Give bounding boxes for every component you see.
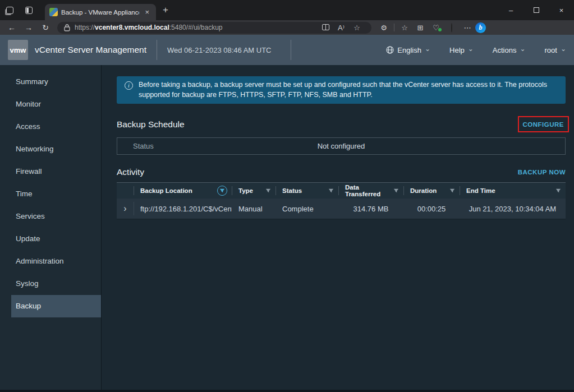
back-icon[interactable]: ← bbox=[3, 23, 20, 32]
url-scheme: https:// bbox=[75, 24, 95, 31]
tab-actions-icon[interactable] bbox=[19, 2, 38, 18]
window-controls: – × bbox=[498, 0, 574, 20]
backup-now-button[interactable]: BACKUP NOW bbox=[518, 169, 566, 176]
sidebar-item-backup[interactable]: Backup bbox=[11, 295, 101, 317]
column-label: End Time bbox=[466, 187, 495, 194]
vmware-logo: vmw bbox=[8, 40, 28, 60]
maximize-icon bbox=[534, 7, 539, 13]
settings-more-icon[interactable]: ⋯ bbox=[460, 24, 475, 32]
schedule-status-label: Status bbox=[133, 142, 154, 150]
tab-close-icon[interactable]: × bbox=[143, 7, 151, 17]
maximize-button[interactable] bbox=[524, 0, 549, 20]
sidebar-item-firewall[interactable]: Firewall bbox=[0, 160, 101, 183]
browser-toolbar: ← → ↻ https://vcenter8.vmcloud.local:548… bbox=[0, 20, 574, 35]
lock-icon bbox=[64, 24, 70, 31]
url-path: :5480/#/ui/backup bbox=[169, 24, 223, 31]
backup-schedule-title: Backup Schedule bbox=[117, 119, 185, 130]
cell-backup-location: ftp://192.168.1.201/C$/vCent... bbox=[134, 199, 232, 219]
minimize-button[interactable]: – bbox=[498, 0, 524, 20]
globe-icon bbox=[386, 46, 394, 54]
cell-type: Manual bbox=[232, 199, 275, 219]
sidebar-item-time[interactable]: Time bbox=[0, 183, 101, 205]
language-label: English bbox=[397, 46, 421, 54]
filter-icon[interactable] bbox=[555, 188, 561, 193]
essentials-badge bbox=[438, 28, 442, 31]
window-bottom-edge bbox=[0, 390, 574, 392]
annotation-highlight: CONFIGURE bbox=[518, 116, 570, 132]
filter-icon[interactable] bbox=[265, 188, 271, 193]
info-banner: i Before taking a backup, a backup serve… bbox=[117, 76, 566, 104]
sidebar-item-services[interactable]: Services bbox=[0, 205, 101, 228]
cell-end-time: Jun 21, 2023, 10:34:04 AM bbox=[460, 199, 566, 219]
expand-column-header bbox=[117, 183, 134, 199]
filter-icon[interactable] bbox=[393, 188, 399, 193]
schedule-status-row: Not configured Status bbox=[117, 137, 566, 155]
close-button[interactable]: × bbox=[549, 0, 574, 20]
read-aloud-icon[interactable]: A⁾ bbox=[333, 24, 349, 32]
profile-avatar[interactable] bbox=[444, 24, 460, 32]
favorites-icon[interactable]: ☆ bbox=[397, 24, 412, 32]
column-backup-location: Backup Location bbox=[134, 183, 232, 199]
browser-titlebar: Backup - VMware Appliance Man × + – × bbox=[0, 0, 574, 20]
sidebar-item-access[interactable]: Access bbox=[0, 116, 101, 138]
column-end-time: End Time bbox=[460, 183, 566, 199]
actions-menu[interactable]: Actions ⌄ bbox=[493, 46, 526, 54]
info-banner-text: Before taking a backup, a backup server … bbox=[139, 80, 558, 100]
workspaces-icon[interactable] bbox=[0, 2, 19, 18]
user-label: root bbox=[545, 46, 557, 54]
help-menu[interactable]: Help ⌄ bbox=[449, 46, 474, 54]
column-data-transferred: Data Transferred bbox=[338, 183, 403, 199]
sidebar-item-syslog[interactable]: Syslog bbox=[0, 273, 101, 295]
browser-tab[interactable]: Backup - VMware Appliance Man × bbox=[45, 4, 156, 20]
browser-essentials-icon[interactable]: ♡ bbox=[428, 24, 444, 32]
refresh-icon[interactable]: ↻ bbox=[37, 23, 54, 32]
activity-table-header: Backup Location Type Status Data Transfe… bbox=[117, 183, 566, 199]
header-divider bbox=[291, 40, 291, 60]
active-filter-icon[interactable] bbox=[217, 186, 227, 196]
main-panel: i Before taking a backup, a backup serve… bbox=[102, 65, 574, 392]
column-label: Data Transferred bbox=[345, 184, 393, 197]
language-menu[interactable]: English ⌄ bbox=[386, 46, 430, 54]
filter-icon[interactable] bbox=[449, 188, 455, 193]
column-label: Status bbox=[282, 187, 302, 194]
sidebar-item-networking[interactable]: Networking bbox=[0, 138, 101, 160]
browser-window: Backup - VMware Appliance Man × + – × ← … bbox=[0, 0, 574, 392]
copilot-icon[interactable]: b bbox=[475, 22, 491, 33]
extensions-icon[interactable]: ⚙ bbox=[376, 24, 392, 32]
user-menu[interactable]: root ⌄ bbox=[545, 46, 566, 54]
header-datetime: Wed 06-21-2023 08:46 AM UTC bbox=[167, 46, 271, 54]
chevron-down-icon: ⌄ bbox=[425, 45, 430, 53]
sidebar-item-monitor[interactable]: Monitor bbox=[0, 93, 101, 116]
split-screen-icon[interactable] bbox=[318, 24, 333, 32]
filter-icon[interactable] bbox=[328, 188, 334, 193]
url-host: vcenter8.vmcloud.local bbox=[95, 24, 169, 31]
activity-header: Activity BACKUP NOW bbox=[117, 167, 566, 177]
actions-label: Actions bbox=[493, 46, 517, 54]
page-title: vCenter Server Management bbox=[35, 45, 146, 55]
url-text: https://vcenter8.vmcloud.local:5480/#/ui… bbox=[75, 24, 223, 31]
cell-data-transferred: 314.76 MB bbox=[338, 199, 403, 219]
configure-button[interactable]: CONFIGURE bbox=[523, 121, 564, 128]
sidebar-item-summary[interactable]: Summary bbox=[0, 71, 101, 93]
activity-table: Backup Location Type Status Data Transfe… bbox=[117, 182, 566, 219]
activity-title: Activity bbox=[117, 167, 144, 177]
address-bar[interactable]: https://vcenter8.vmcloud.local:5480/#/ui… bbox=[57, 22, 371, 34]
forward-icon[interactable]: → bbox=[20, 23, 37, 32]
cell-duration: 00:00:25 bbox=[403, 199, 460, 219]
app-header: vmw vCenter Server Management Wed 06-21-… bbox=[0, 35, 574, 65]
new-tab-button[interactable]: + bbox=[163, 4, 168, 16]
collections-icon[interactable]: ⊞ bbox=[412, 24, 428, 32]
chevron-down-icon: ⌄ bbox=[520, 45, 525, 53]
column-type: Type bbox=[232, 183, 275, 199]
column-label: Type bbox=[238, 187, 253, 194]
table-row[interactable]: › ftp://192.168.1.201/C$/vCent... Manual… bbox=[117, 199, 566, 219]
chevron-down-icon: ⌄ bbox=[468, 45, 474, 53]
row-expand-icon[interactable]: › bbox=[117, 199, 134, 219]
sidebar-item-update[interactable]: Update bbox=[0, 228, 101, 250]
backup-schedule-header: Backup Schedule CONFIGURE bbox=[117, 116, 566, 132]
column-label: Duration bbox=[410, 187, 437, 194]
sidebar-item-administration[interactable]: Administration bbox=[0, 250, 101, 273]
cell-status: Complete bbox=[275, 199, 338, 219]
add-favorite-icon[interactable]: ☆ bbox=[349, 24, 365, 32]
info-icon: i bbox=[125, 81, 133, 90]
